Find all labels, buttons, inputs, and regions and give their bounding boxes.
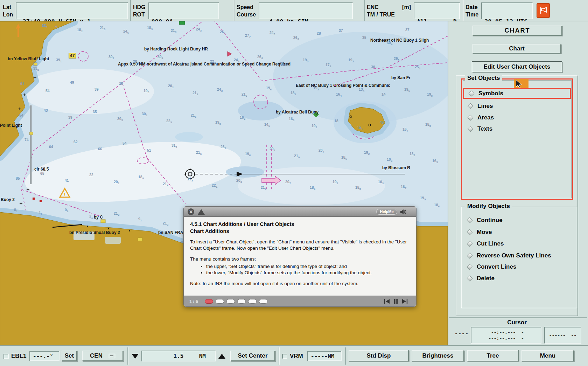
- depth-sounding: 219: [261, 185, 266, 191]
- modify-item-continue[interactable]: Continue: [462, 215, 570, 226]
- time-label: Time: [465, 11, 478, 18]
- depth-sounding: 246: [123, 29, 129, 34]
- modify-item-delete[interactable]: Delete: [462, 273, 570, 284]
- depth-sounding: 246: [270, 30, 275, 36]
- set-objects-item-texts[interactable]: Texts: [463, 123, 571, 134]
- skip-forward-icon[interactable]: [402, 299, 408, 304]
- signal-flag-icon: [538, 5, 548, 16]
- collapse-triangle-icon[interactable]: [198, 209, 205, 215]
- help-dialog: × HelpMe 4.5.1 Chart Additions / User Ch…: [183, 206, 416, 307]
- ebl-set-button[interactable]: Set: [62, 351, 77, 361]
- depth-sounding: 103: [357, 126, 363, 131]
- item-label: Reverse Own Safety Lines: [477, 252, 551, 259]
- dialog-footer: 1 / 6: [184, 296, 416, 306]
- depth-sounding: 302: [142, 112, 147, 117]
- close-icon[interactable]: ×: [188, 208, 194, 215]
- depth-sounding: 243: [217, 87, 223, 92]
- tree-button[interactable]: Tree: [467, 350, 519, 361]
- set-objects-item-lines[interactable]: Lines: [463, 101, 571, 111]
- set-center-button[interactable]: Set Center: [230, 351, 275, 361]
- depth-sounding: 219: [294, 154, 300, 159]
- depth-sounding: 219: [100, 26, 105, 31]
- chart-button[interactable]: Chart: [472, 44, 561, 54]
- heading-display: 090.0° > 0.0°/min: [148, 2, 219, 19]
- depth-sounding: 195: [144, 89, 149, 94]
- diamond-toggle-icon: [467, 275, 473, 281]
- range-up-button[interactable]: [218, 354, 225, 359]
- depth-sounding: 28: [317, 31, 321, 35]
- set-objects-item-symbols[interactable]: Symbols: [463, 88, 571, 99]
- depth-sounding: 295: [394, 56, 399, 62]
- ebl1-label: EBL1: [11, 353, 26, 360]
- depth-sounding: 391: [56, 58, 62, 63]
- depth-sounding: 219: [186, 63, 191, 68]
- skip-back-icon[interactable]: [384, 299, 390, 304]
- depth-sounding: 18: [334, 119, 338, 123]
- modify-item-move[interactable]: Move: [462, 227, 570, 237]
- cen-dropdown-button[interactable]: CEN: [82, 351, 123, 361]
- chart-label: by Alcatraz Bell Buoy: [276, 110, 318, 115]
- depth-sounding: 216: [163, 182, 168, 187]
- chart-menu-title-button[interactable]: CHART: [472, 26, 562, 36]
- progress-pill: [216, 299, 224, 304]
- vrm-checkbox[interactable]: [282, 354, 287, 359]
- depth-sounding: 202: [114, 180, 119, 185]
- depth-sounding: 103: [378, 180, 384, 185]
- bullet-item: the upper, "Set Objects" frame is for de…: [206, 263, 410, 270]
- depth-sounding: 243: [196, 27, 202, 32]
- depth-sounding: 165: [432, 159, 438, 164]
- depth-sounding: 62: [74, 140, 78, 144]
- chart-label: by San Fr: [391, 75, 411, 80]
- date-label: Date: [465, 4, 478, 11]
- separator: [234, 0, 234, 21]
- depth-sounding: 203: [236, 178, 242, 184]
- chart-label: bn SAN FRAN: [158, 230, 186, 235]
- depth-sounding: 146: [264, 122, 270, 127]
- vrm-value-field: -----NM: [307, 351, 342, 361]
- position-display: 37:49.090 N SIM x 1 122:27.140 W WGS84: [16, 2, 128, 19]
- heading-group: HDG ROT 090.0° > 0.0°/min: [133, 0, 219, 21]
- depth-sounding: 163: [289, 117, 294, 122]
- modify-item-reverse-safety-lines[interactable]: Reverse Own Safety Lines: [462, 250, 570, 261]
- depth-sounding: 268: [257, 55, 263, 60]
- speaker-icon[interactable]: [400, 209, 407, 215]
- diamond-toggle-icon: [467, 217, 473, 223]
- dialog-titlebar[interactable]: × HelpMe: [184, 207, 416, 217]
- depth-sounding: 39: [68, 115, 72, 119]
- progress-pill-active: [205, 299, 213, 304]
- std-disp-button[interactable]: Std Disp: [349, 350, 409, 361]
- depth-sounding: 338: [33, 66, 39, 71]
- chart-menu-sidebar: CHART Chart Edit User Chart Objects Set …: [448, 21, 588, 345]
- depth-sounding: 51: [147, 148, 151, 152]
- depth-sounding: 35: [93, 110, 97, 114]
- depth-sounding: 22: [89, 173, 93, 177]
- dialog-body: 4.5.1 Chart Additions / User Chart Objec…: [184, 217, 416, 296]
- range-scale-field: 1.5 NM: [141, 351, 216, 361]
- chart-label: clr 68.5: [34, 167, 49, 172]
- depth-sounding: 185: [355, 185, 361, 191]
- dialog-paragraph: To insert a "User Chart Object", open th…: [190, 239, 410, 251]
- helpme-button[interactable]: HelpMe: [376, 209, 397, 215]
- ebl1-checkbox[interactable]: [4, 354, 9, 359]
- depth-sounding: 167: [401, 185, 406, 190]
- modify-item-cut-lines[interactable]: Cut Lines: [462, 238, 570, 249]
- brightness-button[interactable]: Brightness: [412, 350, 464, 361]
- depth-sounding: 74: [24, 138, 29, 142]
- diamond-toggle-icon: [468, 103, 474, 109]
- range-down-button[interactable]: [132, 354, 139, 359]
- diamond-toggle-icon: [468, 126, 474, 132]
- item-label: Continue: [477, 217, 503, 224]
- alarm-signal-button[interactable]: [537, 3, 550, 18]
- progress-pill: [237, 299, 246, 304]
- set-objects-item-areas[interactable]: Areas: [463, 112, 571, 123]
- item-label: Lines: [477, 103, 493, 110]
- pause-icon[interactable]: [394, 299, 398, 304]
- modify-item-convert-lines[interactable]: Convert Lines: [462, 261, 570, 272]
- depth-sounding: 193: [187, 177, 193, 182]
- depth-sounding: 35: [362, 35, 366, 40]
- edit-user-chart-objects-button[interactable]: Edit User Chart Objects: [472, 61, 562, 72]
- depth-sounding: 186: [310, 185, 315, 191]
- datetime-group: Date Time 30.05.13 UTC 09:36:08 UTC: [465, 0, 533, 21]
- depth-sounding: 631: [42, 23, 48, 29]
- menu-button[interactable]: Menu: [522, 350, 574, 361]
